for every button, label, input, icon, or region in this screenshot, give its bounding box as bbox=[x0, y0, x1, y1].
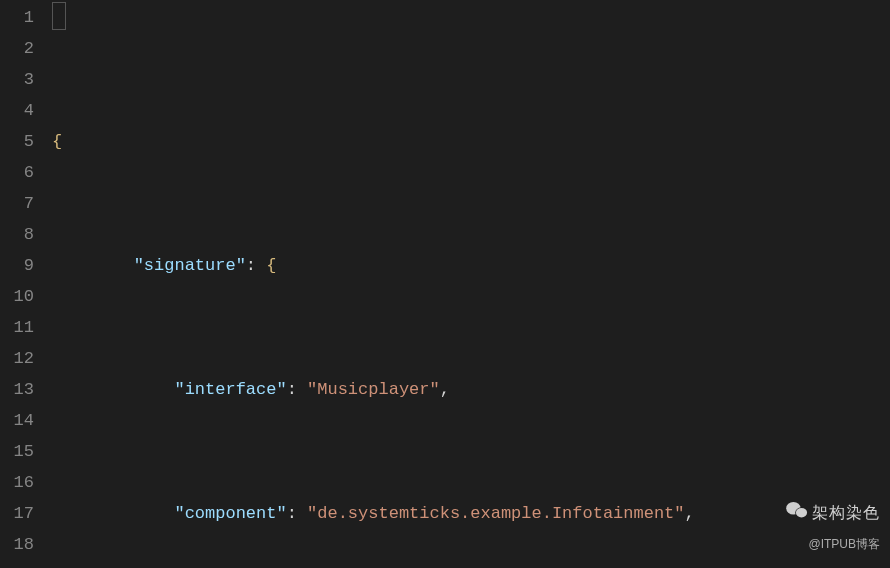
wechat-icon bbox=[786, 498, 808, 529]
brace-open: { bbox=[52, 132, 62, 151]
json-key: signature bbox=[144, 256, 236, 275]
bracket-match-highlight bbox=[52, 2, 66, 30]
line-number: 11 bbox=[12, 312, 34, 343]
line-number: 13 bbox=[12, 374, 34, 405]
code-line[interactable]: "interface": "Musicplayer", bbox=[52, 374, 890, 405]
code-area[interactable]: { "signature": { "interface": "Musicplay… bbox=[52, 0, 890, 568]
line-number: 16 bbox=[12, 467, 34, 498]
line-number: 3 bbox=[12, 64, 34, 95]
watermark-title: 架构染色 bbox=[812, 504, 880, 521]
json-key: interface bbox=[185, 380, 277, 399]
watermark: 架构染色 @ITPUB博客 bbox=[786, 497, 880, 560]
line-number: 9 bbox=[12, 250, 34, 281]
code-line[interactable]: "signature": { bbox=[52, 250, 890, 281]
watermark-subtitle: @ITPUB博客 bbox=[786, 529, 880, 560]
line-number: 17 bbox=[12, 498, 34, 529]
line-number: 12 bbox=[12, 343, 34, 374]
line-number-gutter: 1 2 3 4 5 6 7 8 9 10 11 12 13 14 15 16 1… bbox=[0, 0, 52, 568]
line-number: 2 bbox=[12, 33, 34, 64]
line-number: 5 bbox=[12, 126, 34, 157]
code-editor[interactable]: 1 2 3 4 5 6 7 8 9 10 11 12 13 14 15 16 1… bbox=[0, 0, 890, 568]
line-number: 18 bbox=[12, 529, 34, 560]
line-number: 15 bbox=[12, 436, 34, 467]
json-string: de.systemticks.example.Infotainment bbox=[317, 504, 674, 523]
code-line[interactable]: "component": "de.systemticks.example.Inf… bbox=[52, 498, 890, 529]
json-string: Musicplayer bbox=[317, 380, 429, 399]
line-number: 14 bbox=[12, 405, 34, 436]
line-number: 4 bbox=[12, 95, 34, 126]
code-line[interactable]: { bbox=[52, 126, 890, 157]
line-number: 10 bbox=[12, 281, 34, 312]
line-number: 7 bbox=[12, 188, 34, 219]
brace-open: { bbox=[266, 256, 276, 275]
line-number: 8 bbox=[12, 219, 34, 250]
line-number: 1 bbox=[12, 2, 34, 33]
line-number: 6 bbox=[12, 157, 34, 188]
svg-point-2 bbox=[796, 508, 807, 518]
json-key: component bbox=[185, 504, 277, 523]
